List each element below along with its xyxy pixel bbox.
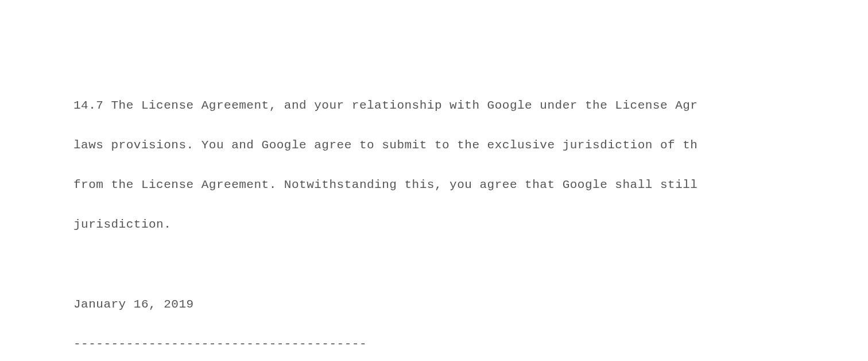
separator-line: --------------------------------------- — [73, 335, 868, 355]
license-text-line-4: jurisdiction. — [73, 215, 868, 235]
license-text-line-1: 14.7 The License Agreement, and your rel… — [73, 96, 868, 116]
license-date: January 16, 2019 — [73, 295, 868, 315]
license-text-line-3: from the License Agreement. Notwithstand… — [73, 175, 868, 195]
license-text-line-2: laws provisions. You and Google agree to… — [73, 136, 868, 156]
